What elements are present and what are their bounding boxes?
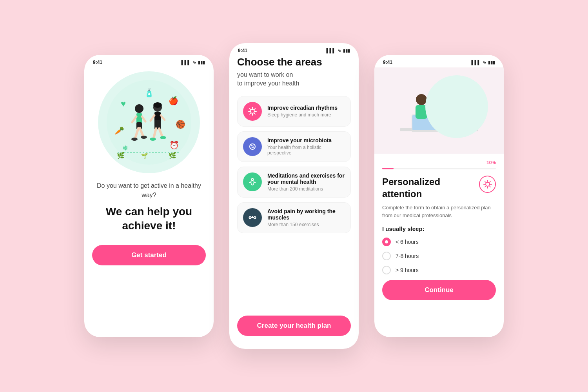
- screens-container: 9:41 ▌▌▌ ∿ ▮▮▮ ♥ 🧴 🍎: [69, 20, 519, 372]
- svg-text:🌱: 🌱: [141, 152, 148, 159]
- radio-0[interactable]: [382, 238, 391, 246]
- svg-line-75: [490, 186, 490, 187]
- phone-2: 9:41 ▌▌▌ ∿ ▮▮▮ Choose the areas you want…: [229, 43, 359, 349]
- phone-3: 9:41 ▌▌▌ ∿ ▮▮▮ Rx: [374, 55, 504, 337]
- svg-line-42: [249, 182, 250, 183]
- area-icon-3: [243, 208, 262, 227]
- svg-line-74: [485, 181, 486, 182]
- choose-title: Choose the areas: [237, 56, 351, 69]
- phone-3-illustration: Rx ✓: [374, 67, 504, 154]
- phone-1: 9:41 ▌▌▌ ∿ ▮▮▮ ♥ 🧴 🍎: [84, 55, 214, 337]
- continue-button[interactable]: Continue: [382, 280, 496, 300]
- personalized-header: Personalized attention: [382, 176, 496, 200]
- svg-text:🌿: 🌿: [169, 152, 176, 159]
- area-text-0: Improve circadian rhythms Sleep hygiene …: [267, 105, 338, 118]
- walkers-illustration: ♥ 🧴 🍎 🏀 ⏰ 🥕 ❄: [102, 75, 196, 169]
- area-card-1[interactable]: Improve your microbiota Your health from…: [237, 131, 351, 162]
- svg-text:🌿: 🌿: [117, 152, 125, 159]
- area-desc-3: More than 150 exercises: [267, 222, 345, 227]
- area-title-0: Improve circadian rhythms: [267, 105, 338, 111]
- area-desc-0: Sleep hygiene and much more: [267, 112, 338, 118]
- area-desc-2: More than 200 meditations: [267, 186, 345, 192]
- svg-point-25: [150, 138, 156, 141]
- area-title-1: Improve your microbiota: [267, 137, 345, 143]
- radio-label-2: > 9 hours: [396, 267, 419, 273]
- phone-3-content: Rx ✓: [374, 67, 504, 334]
- phone-1-title: We can help you achieve it!: [92, 205, 206, 233]
- svg-point-69: [486, 182, 490, 186]
- status-icons-3: ▌▌▌ ∿ ▮▮▮: [472, 60, 495, 65]
- radio-option-1[interactable]: 7-8 hours: [382, 252, 496, 260]
- svg-point-8: [135, 104, 143, 113]
- svg-line-37: [254, 113, 255, 114]
- progress-bar-fill: [382, 168, 394, 169]
- status-icons-1: ▌▌▌ ∿ ▮▮▮: [181, 60, 205, 65]
- create-plan-button[interactable]: Create your health plan: [237, 316, 351, 336]
- radio-option-2[interactable]: > 9 hours: [382, 266, 496, 274]
- battery-icon-2: ▮▮▮: [343, 48, 350, 53]
- signal-icon: ▌▌▌: [181, 60, 191, 65]
- status-bar-2: 9:41 ▌▌▌ ∿ ▮▮▮: [229, 43, 359, 56]
- svg-line-36: [250, 108, 250, 109]
- svg-text:❄: ❄: [122, 144, 128, 152]
- phone-2-content: Choose the areas you want to work onto i…: [229, 56, 359, 346]
- sun-icon: [248, 107, 257, 116]
- area-title-2: Meditations and exercises for your menta…: [267, 172, 345, 185]
- rx-bg-circle: [425, 75, 488, 138]
- area-icon-1: [243, 137, 262, 156]
- time-2: 9:41: [238, 48, 247, 53]
- svg-line-38: [254, 108, 255, 109]
- phone-1-content: ♥ 🧴 🍎 🏀 ⏰ 🥕 ❄: [84, 67, 214, 334]
- svg-text:⏰: ⏰: [169, 140, 179, 150]
- svg-text:🧴: 🧴: [144, 88, 154, 98]
- signal-icon-3: ▌▌▌: [472, 60, 481, 65]
- time-3: 9:41: [383, 60, 392, 65]
- svg-line-43: [254, 182, 256, 183]
- svg-point-16: [141, 136, 147, 139]
- personalized-desc: Complete the form to obtain a personaliz…: [382, 204, 496, 219]
- svg-text:🥕: 🥕: [114, 126, 124, 135]
- get-started-button[interactable]: Get started: [92, 245, 206, 265]
- phone-3-footer: Continue: [382, 280, 496, 300]
- radio-2[interactable]: [382, 266, 391, 274]
- svg-point-40: [250, 144, 255, 149]
- status-bar-1: 9:41 ▌▌▌ ∿ ▮▮▮: [84, 55, 214, 67]
- illustration-circle: ♥ 🧴 🍎 🏀 ⏰ 🥕 ❄: [98, 71, 200, 173]
- time-1: 9:41: [93, 60, 102, 65]
- area-card-3[interactable]: Avoid pain by working the muscles More t…: [237, 202, 351, 233]
- personalized-icon: [479, 176, 496, 193]
- wifi-icon: ∿: [192, 60, 196, 65]
- area-card-2[interactable]: Meditations and exercises for your menta…: [237, 167, 351, 198]
- svg-point-41: [252, 179, 254, 181]
- sleep-label: I usually sleep:: [382, 225, 496, 232]
- wifi-icon-3: ∿: [483, 60, 486, 65]
- svg-point-18: [153, 102, 162, 108]
- microbiota-icon: [248, 142, 257, 151]
- radio-label-0: < 6 hours: [396, 239, 419, 245]
- svg-line-77: [485, 186, 486, 187]
- wifi-icon-2: ∿: [338, 48, 341, 53]
- svg-text:🏀: 🏀: [176, 120, 185, 129]
- battery-icon: ▮▮▮: [198, 60, 205, 65]
- area-text-3: Avoid pain by working the muscles More t…: [267, 208, 345, 227]
- exercise-icon: [248, 213, 257, 222]
- area-text-2: Meditations and exercises for your menta…: [267, 172, 345, 192]
- progress-row: 10%: [382, 160, 496, 165]
- area-card-0[interactable]: Improve circadian rhythms Sleep hygiene …: [237, 96, 351, 127]
- meditation-icon: [248, 177, 257, 187]
- personalized-title: Personalized attention: [382, 176, 479, 200]
- svg-point-15: [131, 138, 138, 141]
- radio-1[interactable]: [382, 252, 391, 260]
- phone-3-body: 10% Personalized attention: [374, 154, 504, 334]
- status-bar-3: 9:41 ▌▌▌ ∿ ▮▮▮: [374, 55, 504, 67]
- area-title-3: Avoid pain by working the muscles: [267, 208, 345, 221]
- status-icons-2: ▌▌▌ ∿ ▮▮▮: [327, 48, 350, 53]
- svg-line-76: [490, 181, 490, 182]
- area-icon-2: [243, 172, 262, 191]
- area-text-1: Improve your microbiota Your health from…: [267, 137, 345, 156]
- phone-2-footer: Create your health plan: [237, 312, 351, 336]
- battery-icon-3: ▮▮▮: [488, 60, 495, 65]
- radio-option-0[interactable]: < 6 hours: [382, 238, 496, 246]
- svg-text:🍎: 🍎: [169, 96, 178, 105]
- area-icon-0: [243, 102, 262, 121]
